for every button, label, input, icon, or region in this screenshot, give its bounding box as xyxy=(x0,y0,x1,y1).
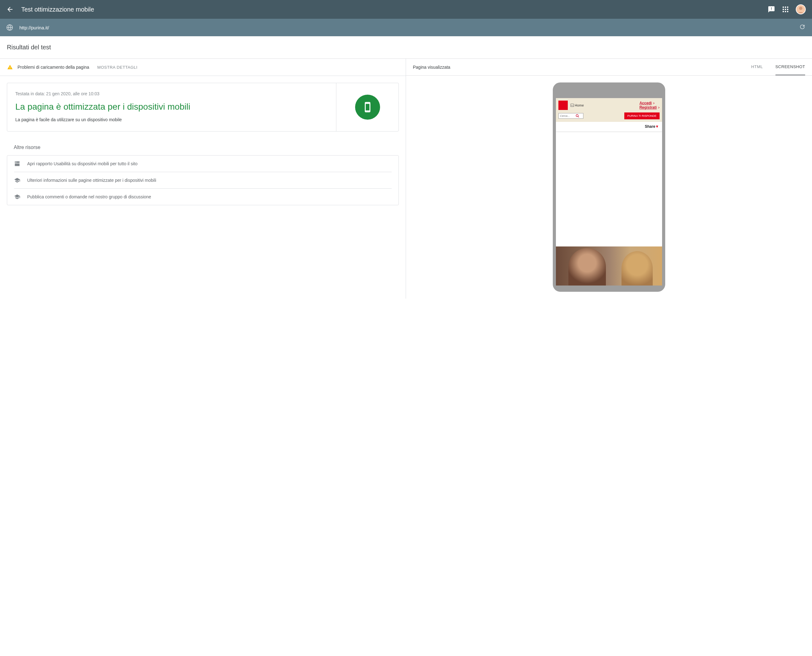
result-description: La pagina è facile da utilizzare su un d… xyxy=(15,117,328,123)
other-resources: Altre risorse Apri rapporto Usabilità su… xyxy=(0,138,406,205)
result-text-block: Testata in data: 21 gen 2020, alle ore 1… xyxy=(7,83,336,131)
phone-frame: Home Accedi > Registrati > xyxy=(553,82,665,292)
phone-screen: Home Accedi > Registrati > xyxy=(556,98,662,286)
report-icon xyxy=(14,161,20,167)
preview-tabs: HTML SCREENSHOT xyxy=(751,64,805,70)
other-resources-title: Altre risorse xyxy=(7,138,399,155)
results-section-title: Risultati del test xyxy=(0,36,812,59)
site-auth-links: Accedi > Registrati > xyxy=(639,101,660,110)
avatar[interactable] xyxy=(796,5,806,14)
left-panel: Problemi di caricamento della pagina MOS… xyxy=(0,59,406,299)
purina-button[interactable]: PURINA TI RISPONDE xyxy=(624,113,660,119)
site-logo xyxy=(558,101,568,110)
home-alt-text: Home xyxy=(575,104,584,107)
accedi-link[interactable]: Accedi xyxy=(639,101,651,105)
loading-issues-text: Problemi di caricamento della pagina xyxy=(17,65,89,70)
tab-html[interactable]: HTML xyxy=(751,64,763,75)
result-card: Testata in data: 21 gen 2020, alle ore 1… xyxy=(7,83,399,132)
resource-text: Pubblica commenti o domande nel nostro g… xyxy=(27,194,151,199)
result-icon-box xyxy=(336,83,399,131)
site-search-box[interactable] xyxy=(558,113,583,119)
resource-item-learn[interactable]: Ulteriori informazioni sulle pagine otti… xyxy=(14,172,391,188)
svg-point-2 xyxy=(576,114,578,117)
apps-grid-icon[interactable] xyxy=(783,6,788,12)
loading-issues-bar: Problemi di caricamento della pagina MOS… xyxy=(0,59,406,76)
header-right xyxy=(768,5,806,14)
search-icon xyxy=(575,114,579,118)
learn-icon xyxy=(14,177,20,183)
globe-icon xyxy=(6,24,13,31)
right-header: Pagina visualizzata HTML SCREENSHOT xyxy=(406,59,812,76)
rendered-page-label: Pagina visualizzata xyxy=(413,65,450,70)
resource-text: Ulteriori informazioni sulle pagine otti… xyxy=(27,178,156,183)
show-details-link[interactable]: MOSTRA DETTAGLI xyxy=(97,65,138,70)
warning-icon xyxy=(7,64,13,70)
discuss-icon xyxy=(14,194,20,200)
resources-list: Apri rapporto Usabilità su dispositivi m… xyxy=(7,155,399,205)
result-heading: La pagina è ottimizzata per i dispositiv… xyxy=(15,101,328,113)
resource-item-discuss[interactable]: Pubblica commenti o domande nel nostro g… xyxy=(14,188,391,205)
url-text[interactable]: http://purina.it/ xyxy=(19,25,793,30)
refresh-icon[interactable] xyxy=(799,23,806,31)
home-image-placeholder: Home xyxy=(570,104,584,107)
feedback-icon[interactable] xyxy=(768,6,775,13)
header-left: Test ottimizzazione mobile xyxy=(6,6,94,13)
share-bar[interactable]: Share▼ xyxy=(556,122,662,131)
back-arrow-icon[interactable] xyxy=(6,6,14,13)
registrati-link[interactable]: Registrati xyxy=(639,105,656,110)
phone-preview: Home Accedi > Registrati > xyxy=(406,76,812,299)
tested-date: Testata in data: 21 gen 2020, alle ore 1… xyxy=(15,91,328,96)
right-panel: Pagina visualizzata HTML SCREENSHOT Home xyxy=(406,59,812,299)
site-header: Home Accedi > Registrati > xyxy=(556,98,662,122)
dropdown-icon: ▼ xyxy=(655,124,659,129)
url-bar: http://purina.it/ xyxy=(0,19,812,36)
app-header: Test ottimizzazione mobile xyxy=(0,0,812,19)
svg-rect-1 xyxy=(571,104,574,107)
content: Problemi di caricamento della pagina MOS… xyxy=(0,59,812,299)
site-hero-image xyxy=(556,246,662,286)
tab-screenshot[interactable]: SCREENSHOT xyxy=(775,64,805,75)
site-search-input[interactable] xyxy=(560,114,575,118)
resource-item-report[interactable]: Apri rapporto Usabilità su dispositivi m… xyxy=(7,156,399,172)
share-label: Share xyxy=(645,124,655,129)
mobile-friendly-icon xyxy=(355,94,380,120)
resource-text: Apri rapporto Usabilità su dispositivi m… xyxy=(27,161,138,166)
page-title: Test ottimizzazione mobile xyxy=(21,6,94,13)
